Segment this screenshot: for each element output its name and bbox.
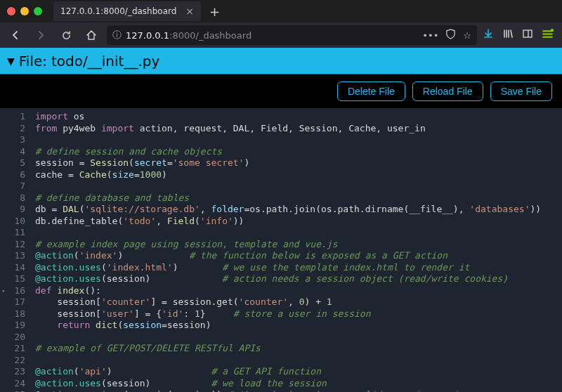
line-number: 13 — [3, 250, 25, 262]
code-line[interactable]: # define session and cache objects — [35, 146, 541, 158]
sidebar-icon[interactable] — [522, 28, 533, 42]
code-line[interactable] — [35, 227, 541, 239]
reload-button[interactable] — [56, 25, 76, 45]
code-line[interactable]: session = Session(secret='some secret') — [35, 157, 541, 169]
line-number: 19 — [3, 320, 25, 332]
file-actions-toolbar: Delete File Reload File Save File — [0, 74, 562, 108]
code-line[interactable] — [35, 332, 541, 344]
code-line[interactable] — [35, 355, 541, 367]
tab-title: 127.0.0.1:8000/_dashboard — [60, 6, 176, 16]
code-line[interactable] — [35, 134, 541, 146]
code-line[interactable]: @action('api') # a GET API function — [35, 366, 541, 378]
code-line[interactable]: from py4web import action, request, DAL,… — [35, 123, 541, 135]
library-icon[interactable] — [502, 28, 514, 42]
line-number: 14 — [3, 262, 25, 274]
line-number: 4 — [3, 146, 25, 158]
code-line[interactable]: # define database and tables — [35, 192, 541, 204]
downloads-icon[interactable] — [483, 28, 494, 42]
line-number: 22 — [3, 355, 25, 367]
code-line[interactable]: @action.uses(session) # we load the sess… — [35, 378, 541, 390]
code-line[interactable] — [35, 181, 541, 192]
close-tab-icon[interactable]: × — [185, 6, 194, 17]
line-number: 17 — [3, 296, 25, 308]
site-info-icon[interactable]: ⓘ — [112, 29, 122, 41]
code-line[interactable]: session['user'] = {'id': 1} # store a us… — [35, 308, 541, 320]
code-line[interactable]: import os — [35, 111, 541, 123]
window-titlebar: 127.0.0.1:8000/_dashboard × + — [0, 0, 562, 22]
line-number: 5 — [3, 157, 25, 169]
window-controls — [7, 7, 42, 15]
code-line[interactable]: def index(): — [35, 285, 541, 297]
line-number: 18 — [3, 308, 25, 320]
line-number: 7 — [3, 181, 25, 192]
line-number: 24 — [3, 378, 25, 390]
reload-file-button[interactable]: Reload File — [412, 81, 483, 101]
browser-toolbar: ⓘ 127.0.0.1:8000/_dashboard ••• ☆ — [0, 22, 562, 48]
shield-icon[interactable] — [445, 29, 456, 41]
svg-point-2 — [551, 29, 554, 32]
maximize-window-button[interactable] — [34, 7, 42, 15]
code-line[interactable]: # example of GET/POST/DELETE RESTful API… — [35, 343, 541, 355]
code-content[interactable]: import osfrom py4web import action, requ… — [31, 108, 541, 392]
file-header-bar[interactable]: ▼ File: todo/__init__.py — [0, 48, 562, 74]
line-number: 25 — [3, 389, 25, 392]
code-line[interactable]: @action.requires(user_in(session)) # the… — [35, 389, 541, 392]
code-line[interactable]: session['counter'] = session.get('counte… — [35, 296, 541, 308]
line-number: 6 — [3, 169, 25, 181]
line-number: 1 — [3, 111, 25, 123]
line-number: 20 — [3, 332, 25, 344]
line-number: 16▾ — [3, 285, 25, 297]
close-window-button[interactable] — [7, 7, 15, 15]
minimize-window-button[interactable] — [20, 7, 29, 15]
line-number: 2 — [3, 123, 25, 135]
line-number: 3 — [3, 134, 25, 146]
bookmark-star-icon[interactable]: ☆ — [463, 30, 471, 41]
browser-tab[interactable]: 127.0.0.1:8000/_dashboard × — [53, 1, 201, 21]
svg-rect-0 — [523, 30, 532, 37]
forward-button[interactable] — [31, 25, 51, 45]
line-number-gutter: 12345678910111213141516▾1718192021222324… — [0, 108, 31, 392]
line-number: 12 — [3, 239, 25, 251]
line-number: 10 — [3, 216, 25, 228]
line-number: 21 — [3, 343, 25, 355]
address-bar[interactable]: ⓘ 127.0.0.1:8000/_dashboard ••• ☆ — [107, 25, 477, 45]
collapse-triangle-icon[interactable]: ▼ — [7, 55, 15, 67]
back-button[interactable] — [6, 25, 25, 45]
line-number: 9 — [3, 204, 25, 216]
delete-file-button[interactable]: Delete File — [337, 81, 405, 101]
line-number: 8 — [3, 192, 25, 204]
save-file-button[interactable]: Save File — [490, 81, 552, 101]
code-line[interactable]: return dict(session=session) — [35, 320, 541, 332]
code-line[interactable]: @action.uses('index.html') # we use the … — [35, 262, 541, 274]
code-line[interactable]: # example index page using session, temp… — [35, 239, 541, 251]
url-text: 127.0.0.1:8000/_dashboard — [126, 30, 251, 41]
code-line[interactable]: @action.uses(session) # action needs a s… — [35, 273, 541, 285]
more-icon[interactable]: ••• — [422, 30, 438, 41]
fold-icon[interactable]: ▾ — [1, 285, 5, 297]
hamburger-menu-icon[interactable] — [542, 28, 554, 43]
file-path: todo/__init__.py — [51, 53, 159, 70]
new-tab-button[interactable]: + — [205, 4, 224, 19]
line-number: 15 — [3, 273, 25, 285]
code-line[interactable]: db = DAL('sqlite://storage.db', folder=o… — [35, 204, 541, 216]
file-label-prefix: File: — [19, 53, 47, 70]
home-button[interactable] — [81, 25, 101, 45]
line-number: 11 — [3, 227, 25, 239]
code-line[interactable]: db.define_table('todo', Field('info')) — [35, 216, 541, 228]
code-line[interactable]: @action('index') # the function below is… — [35, 250, 541, 262]
line-number: 23 — [3, 366, 25, 378]
code-line[interactable]: cache = Cache(size=1000) — [35, 169, 541, 181]
code-editor[interactable]: 12345678910111213141516▾1718192021222324… — [0, 108, 562, 392]
